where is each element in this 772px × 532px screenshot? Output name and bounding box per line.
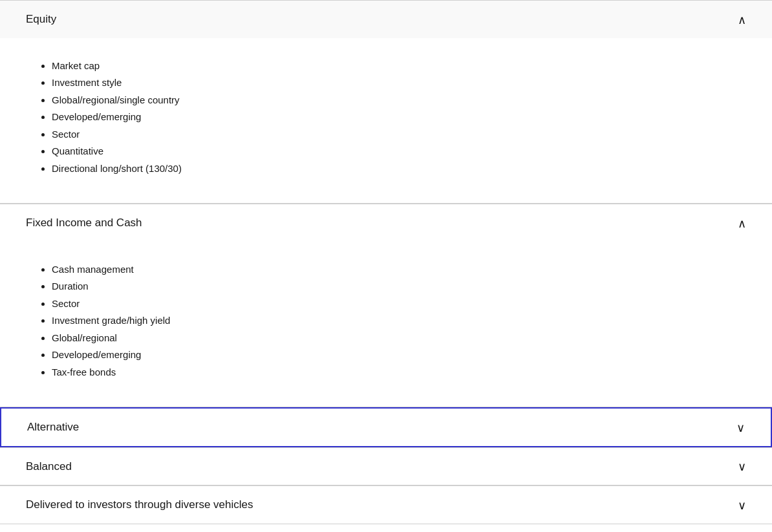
accordion-header-balanced[interactable]: Balanced bbox=[0, 447, 772, 485]
accordion-header-fixed-income[interactable]: Fixed Income and Cash bbox=[0, 204, 772, 242]
list-item: Global/regional bbox=[52, 330, 746, 347]
accordion-title-delivered: Delivered to investors through diverse v… bbox=[26, 496, 253, 513]
accordion-content-equity: Market capInvestment styleGlobal/regiona… bbox=[0, 38, 772, 204]
chevron-down-icon bbox=[738, 460, 746, 473]
list-item: Cash management bbox=[52, 261, 746, 279]
accordion-content-fixed-income: Cash managementDurationSectorInvestment … bbox=[0, 242, 772, 407]
list-item: Investment grade/high yield bbox=[52, 312, 746, 330]
accordion-section-fixed-income: Fixed Income and CashCash managementDura… bbox=[0, 204, 772, 407]
accordion-header-equity[interactable]: Equity bbox=[0, 0, 772, 38]
accordion-section-alternative: Alternative bbox=[0, 407, 772, 447]
accordion-header-alternative[interactable]: Alternative bbox=[1, 409, 771, 446]
list-item: Developed/emerging bbox=[52, 109, 746, 126]
accordion-title-fixed-income: Fixed Income and Cash bbox=[26, 215, 142, 231]
accordion-section-delivered: Delivered to investors through diverse v… bbox=[0, 485, 772, 524]
chevron-up-icon bbox=[738, 13, 746, 26]
chevron-down-icon bbox=[738, 498, 746, 511]
accordion-title-alternative: Alternative bbox=[27, 419, 79, 436]
list-item: Quantitative bbox=[52, 143, 746, 160]
accordion-list-fixed-income: Cash managementDurationSectorInvestment … bbox=[39, 261, 746, 381]
page-container: EquityMarket capInvestment styleGlobal/r… bbox=[0, 0, 772, 524]
list-item: Developed/emerging bbox=[52, 346, 746, 364]
chevron-down-icon bbox=[736, 421, 745, 434]
list-item: Market cap bbox=[52, 58, 746, 75]
accordion-header-delivered[interactable]: Delivered to investors through diverse v… bbox=[0, 485, 772, 524]
accordion-list-equity: Market capInvestment styleGlobal/regiona… bbox=[39, 58, 746, 178]
list-item: Sector bbox=[52, 126, 746, 144]
accordion-title-equity: Equity bbox=[26, 11, 56, 28]
accordion-section-balanced: Balanced bbox=[0, 447, 772, 486]
list-item: Duration bbox=[52, 278, 746, 295]
list-item: Investment style bbox=[52, 74, 746, 92]
accordion-root: EquityMarket capInvestment styleGlobal/r… bbox=[0, 0, 772, 524]
accordion-section-equity: EquityMarket capInvestment styleGlobal/r… bbox=[0, 0, 772, 204]
list-item: Tax-free bonds bbox=[52, 364, 746, 381]
list-item: Sector bbox=[52, 295, 746, 313]
accordion-title-balanced: Balanced bbox=[26, 458, 72, 475]
list-item: Global/regional/single country bbox=[52, 92, 746, 109]
list-item: Directional long/short (130/30) bbox=[52, 160, 746, 178]
chevron-up-icon bbox=[738, 217, 746, 229]
